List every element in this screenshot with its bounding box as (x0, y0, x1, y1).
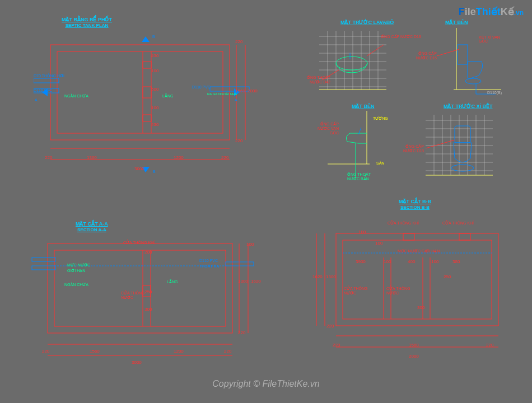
toilet-side-ketxi: KÉT XÍ VAN GÓC (479, 35, 501, 43)
bb-d250: 250 (444, 274, 451, 279)
svg-rect-64 (455, 126, 470, 143)
bb-cua-thong-khi-a: CỬA THÔNG KHÍ (388, 221, 419, 226)
plan-label-d110-l: D110 PVC (34, 88, 52, 92)
aa-d110: D110 PVC (199, 259, 218, 263)
svg-point-65 (451, 165, 474, 171)
bb-d1560: 1560 (409, 343, 419, 348)
svg-rect-7 (34, 78, 59, 83)
bb-d220c: 220 (486, 343, 493, 348)
plan-dim-220a: 220 (235, 39, 242, 44)
aa-d1620: 1620 (251, 279, 261, 284)
svg-rect-1 (57, 51, 223, 133)
plan-dim-220c: 220 (45, 155, 52, 160)
bb-cua-thong-nuoc-a: CỬA THÔNG NƯỚC (344, 287, 369, 296)
svg-point-32 (336, 57, 367, 70)
bb-d400: 400 (408, 259, 415, 264)
aa-cua-thong-khi: CỬA THÔNG KHÍ (123, 241, 155, 245)
bb-d100b: 100 (375, 241, 382, 246)
aa-ngan-chua: NGĂN CHỨA (64, 283, 88, 287)
lavabo-side-ongthoat: ỐNG THOÁT NƯỚC BẨN (347, 172, 375, 181)
plan-label-ngan-chua: NGĂN CHỨA (64, 94, 88, 99)
svg-rect-86 (403, 233, 414, 240)
lavabo-side-ongcap: ỐNG CẤP NƯỚC VAN GÓC (311, 122, 339, 135)
toilet-side-ongcap: ỐNG CẤP NƯỚC D15 (414, 51, 437, 60)
plan-dim-100a: 100 (151, 68, 158, 73)
bb-d300: 300 (417, 305, 424, 310)
toilet-side-title: MẶT BÊN (445, 20, 468, 25)
plan-marker-a-r: A (235, 98, 237, 102)
bb-d100d: 100 (431, 259, 438, 264)
plan-marker-a-l: A (35, 98, 38, 102)
lavabo-side-title: MẶT BÊN (352, 104, 375, 109)
aa-d220b: 220 (42, 349, 49, 354)
bb-cua-thong-khi-b: CỬA THÔNG KHÍ (442, 221, 474, 226)
aa-lang: LẮNG (167, 280, 178, 284)
bb-cua-thong-nuoc-b: CỬA THÔNG NƯỚC (386, 287, 412, 296)
plan-dim-430b: 430 (151, 122, 158, 127)
lavabo-side-tuong: TƯỜNG (373, 116, 388, 121)
plan-label-raga: RA GA NGOÀI NHÀ (207, 92, 237, 96)
aa-d3000: 3000 (132, 360, 142, 365)
plan-dim-1360: 1360 (87, 155, 97, 160)
lavabo-side-san: SÀN (376, 161, 384, 165)
section-aa-title: MẶT CẮT A-A SECTION A-A (76, 221, 108, 232)
aa-muc-nuoc: MỨC NƯỚC (67, 263, 90, 268)
plan-label-d110-r: D110 PVC (192, 85, 211, 89)
bb-d2000: 2000 (409, 354, 419, 359)
aa-d220c: 220 (224, 349, 231, 354)
plan-dim-100b: 100 (151, 105, 158, 110)
plan-title: MẶT BẰNG BỂ PHỐT SEPTIC TANK PLAN (62, 17, 112, 28)
plan-marker-b-top: B (152, 35, 155, 39)
section-aa-drawing (31, 235, 255, 369)
svg-rect-73 (32, 266, 55, 270)
svg-line-35 (367, 45, 384, 56)
svg-line-43 (437, 49, 459, 56)
plan-drawing (34, 34, 252, 179)
plan-dim-500: 500 (151, 87, 158, 92)
plan-dim-1200: 1200 (174, 155, 184, 160)
svg-line-66 (426, 140, 455, 148)
plan-dim-3000: 3000 (134, 166, 144, 171)
bb-d220b: 220 (333, 343, 340, 348)
aa-d1200: 1200 (174, 349, 184, 354)
aa-d300: 300 (144, 307, 152, 312)
aa-d1560: 1560 (90, 349, 100, 354)
toilet-front-drawing (420, 115, 493, 182)
svg-rect-67 (48, 243, 232, 333)
aa-d250: 250 (144, 289, 152, 294)
bb-d100c: 100 (384, 259, 391, 264)
lavabo-front-drawing (319, 31, 386, 95)
svg-marker-14 (142, 36, 150, 42)
svg-rect-4 (143, 62, 151, 68)
bb-d1300: 1300 (326, 274, 336, 279)
bb-d1620: 1620 (312, 274, 323, 279)
svg-point-40 (465, 78, 481, 84)
lavabo-front-ong-cap: ỐNG CẤP NƯỚC D18 (381, 35, 421, 39)
plan-dim-1560: 1560 (235, 88, 245, 93)
aa-d100: 100 (246, 242, 254, 247)
bb-d100a: 100 (358, 229, 366, 235)
section-bb-title: MẶT CẮT B-B SECTION B-B (399, 199, 431, 210)
svg-rect-74 (226, 262, 254, 266)
plan-marker-b-bot: B (153, 170, 156, 174)
bb-d220a: 220 (326, 324, 334, 329)
svg-rect-87 (459, 233, 470, 240)
watermark-copyright: Copyright © FileThietKe.vn (212, 379, 319, 389)
lavabo-front-title: MẶT TRƯỚC LAVABÔ (340, 20, 394, 25)
toilet-front-title: MẶT TRƯỚC XÍ BỆT (444, 104, 493, 109)
svg-rect-72 (32, 257, 55, 261)
toilet-front-ongcap: ỐNG CẤP NƯỚC D18 (399, 144, 424, 153)
bb-d3900: 3900 (356, 259, 366, 264)
svg-rect-0 (50, 45, 230, 140)
aa-thoat: THOÁT RA (199, 264, 219, 268)
plan-dim-220d: 220 (221, 155, 228, 160)
plan-dim-430a: 430 (151, 53, 158, 58)
svg-rect-6 (143, 115, 151, 121)
bb-d380: 380 (452, 259, 460, 264)
svg-rect-5 (143, 87, 151, 98)
plan-dim-220b: 220 (235, 138, 242, 143)
plan-label-lang: LẮNG (162, 94, 173, 99)
aa-d1300: 1300 (238, 279, 248, 284)
plan-label-d70: D70 THÔNG HƠI (34, 74, 64, 78)
lavabo-front-ong-thoat: ỐNG THOÁT NƯỚC D42 (302, 76, 330, 85)
